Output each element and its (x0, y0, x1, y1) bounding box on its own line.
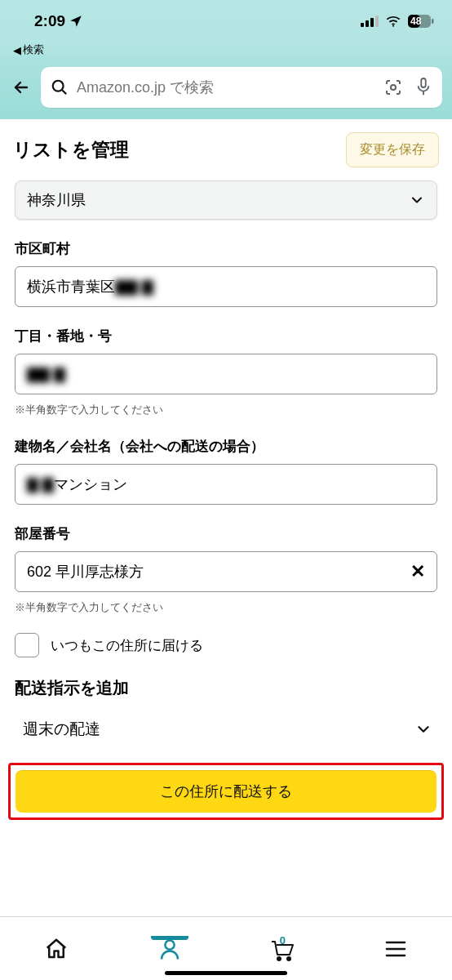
svg-rect-3 (375, 16, 379, 27)
lens-icon[interactable] (383, 78, 403, 97)
default-address-row: いつもこの住所に届ける (15, 633, 437, 657)
street-input[interactable]: ▇▇ ▇ (15, 354, 437, 394)
svg-point-8 (53, 81, 64, 91)
bottom-nav: 0 (0, 916, 452, 980)
svg-rect-0 (361, 23, 364, 27)
city-field: 市区町村 横浜市青葉区▇▇ ▇ (15, 239, 437, 307)
building-field: 建物名／会社名（会社への配送の場合） ▇ ▇マンション (15, 437, 437, 505)
search-input[interactable]: Amazon.co.jp で検索 (41, 67, 442, 108)
nav-account[interactable] (145, 937, 194, 961)
search-placeholder: Amazon.co.jp で検索 (77, 78, 383, 97)
city-input[interactable]: 横浜市青葉区▇▇ ▇ (15, 266, 437, 307)
city-value-visible: 横浜市青葉区 (27, 278, 115, 295)
nav-home[interactable] (32, 937, 81, 961)
search-bar-area: Amazon.co.jp で検索 (0, 60, 452, 119)
street-value-redacted: ▇▇ ▇ (27, 365, 65, 383)
page-title: リストを管理 (13, 137, 129, 163)
cart-count: 0 (280, 934, 286, 947)
active-tab-indicator (151, 936, 188, 940)
default-address-checkbox[interactable] (15, 633, 39, 657)
street-field: 丁目・番地・号 ▇▇ ▇ ※半角数字で入力してください (15, 327, 437, 417)
svg-point-11 (165, 940, 174, 949)
building-input[interactable]: ▇ ▇マンション (15, 464, 437, 505)
room-field: 部屋番号 602 早川厚志様方 ✕ ※半角数字で入力してください (15, 524, 437, 615)
building-value-redacted: ▇ ▇ (27, 475, 54, 493)
clear-icon[interactable]: ✕ (410, 561, 425, 582)
back-to-search-label: 検索 (23, 42, 44, 57)
city-value-redacted: ▇▇ ▇ (115, 278, 153, 296)
address-form: 神奈川県 市区町村 横浜市青葉区▇▇ ▇ 丁目・番地・号 ▇▇ ▇ ※半角数字で… (0, 180, 452, 748)
location-arrow-icon (69, 14, 83, 29)
weekend-delivery-label: 週末の配達 (23, 719, 100, 740)
svg-rect-10 (421, 78, 426, 87)
city-label: 市区町村 (15, 239, 437, 258)
prefecture-value: 神奈川県 (27, 190, 86, 210)
building-label: 建物名／会社名（会社への配送の場合） (15, 437, 437, 456)
nav-menu[interactable] (371, 940, 420, 958)
svg-rect-1 (366, 20, 369, 27)
save-button[interactable]: 変更を保存 (346, 132, 439, 167)
back-caret-icon: ◀ (13, 44, 21, 56)
back-button[interactable] (10, 78, 33, 97)
chevron-down-icon (409, 192, 425, 208)
status-bar: 2:09 48 (0, 0, 452, 42)
default-address-label: いつもこの住所に届ける (51, 636, 203, 655)
svg-point-13 (287, 957, 290, 960)
back-to-search-row: ◀ 検索 (0, 42, 452, 60)
room-value: 602 早川厚志様方 (27, 562, 144, 581)
nav-cart[interactable]: 0 (258, 937, 307, 961)
svg-rect-7 (432, 19, 434, 24)
chevron-down-icon (414, 720, 432, 738)
back-to-search-link[interactable]: ◀ 検索 (13, 42, 44, 57)
svg-point-9 (391, 85, 396, 90)
svg-rect-2 (370, 18, 374, 27)
search-icon (51, 78, 69, 96)
battery-icon: 48 (408, 15, 434, 28)
battery-percent: 48 (410, 16, 421, 27)
street-hint: ※半角数字で入力してください (15, 403, 437, 417)
street-label: 丁目・番地・号 (15, 327, 437, 345)
weekend-delivery-dropdown[interactable]: 週末の配達 (15, 710, 437, 748)
room-label: 部屋番号 (15, 524, 437, 543)
building-value-visible: マンション (54, 476, 127, 492)
svg-point-4 (392, 25, 394, 27)
submit-highlight-box: この住所に配送する (8, 763, 444, 820)
wifi-icon (385, 16, 401, 27)
cellular-icon (361, 16, 379, 27)
status-time: 2:09 (34, 12, 65, 30)
home-indicator (165, 971, 287, 975)
prefecture-select[interactable]: 神奈川県 (15, 180, 437, 220)
mic-icon[interactable] (414, 77, 432, 98)
room-input[interactable]: 602 早川厚志様方 ✕ (15, 551, 437, 592)
ship-to-address-button[interactable]: この住所に配送する (16, 770, 436, 813)
page-header: リストを管理 変更を保存 (0, 119, 452, 179)
room-hint: ※半角数字で入力してください (15, 600, 437, 615)
svg-point-12 (277, 957, 281, 960)
delivery-instructions-heading: 配送指示を追加 (15, 677, 437, 699)
